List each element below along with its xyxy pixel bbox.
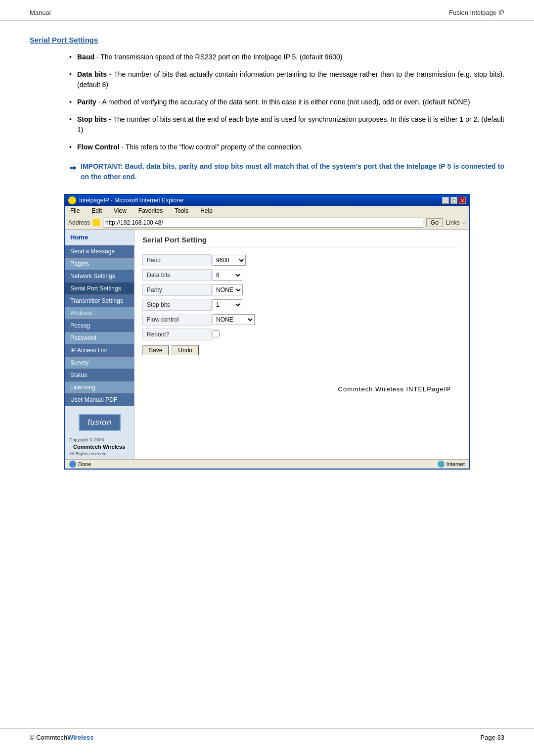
sidebar-item-licensing[interactable]: Licensing [65,381,134,394]
sidebar-item-ipaccesslist[interactable]: IP Access List [65,344,134,357]
sidebar-item-home[interactable]: Home [65,230,134,245]
bullet-list: Baud - The transmission speed of the RS2… [30,52,504,152]
sidebar-item-survey[interactable]: Survey [65,357,134,369]
term-flowcontrol: Flow Control [77,143,120,151]
term-parity: Parity [77,98,96,106]
browser-favicon [68,196,76,204]
sidebar-item-sendmessage[interactable]: Send a Message [65,245,134,258]
label-flowcontrol: Flow control [142,314,212,326]
status-left: Done [69,461,91,468]
form-row-databits: Data bits 8 7 [142,269,461,281]
control-flowcontrol[interactable]: NONE XONXOFF RTSCTS [213,314,255,325]
page-footer: © CommtechWireless Page 33 [0,728,534,741]
browser-menubar: File Edit View Favorites Tools Help [65,206,469,216]
menu-tools[interactable]: Tools [173,207,190,215]
menu-file[interactable]: File [68,207,82,215]
close-button[interactable]: ✕ [459,197,466,204]
web-main: Serial Port Setting Baud 9600 19200 3840… [134,230,469,459]
form-row-reboot: Reboot? [142,329,461,340]
section-title: Serial Port Settings [30,36,504,44]
list-item: Baud - The transmission speed of the RS2… [69,52,504,62]
brand-black: Commtech Wireless [338,385,406,393]
desc-flowcontrol: - This refers to the “flow control” prop… [121,143,303,151]
sidebar-item-password[interactable]: Password [65,332,134,344]
menu-edit[interactable]: Edit [89,207,104,215]
sidebar-item-pagers[interactable]: Pagers [65,258,134,270]
menu-favorites[interactable]: Favorites [136,207,165,215]
label-reboot: Reboot? [142,329,212,340]
page-number: Page 33 [481,734,504,741]
brand-product: INTELPageIP [406,385,451,393]
list-item: Stop bits - The number of bits sent at t… [69,114,504,135]
internet-text: Internet [446,461,465,467]
menu-help[interactable]: Help [198,207,215,215]
arrow-icon: ➡ [69,162,77,173]
menu-view[interactable]: View [112,207,129,215]
status-icon [69,461,76,468]
address-favicon [93,219,100,226]
fusion-logo: fusion [79,414,121,431]
sidebar-copyright: Copyright © 2006 Commtech Wireless All R… [65,435,134,459]
browser-titlebar: IntelpageIP - Microsoft Internet Explore… [65,195,469,206]
control-parity[interactable]: NONE ODD EVEN [213,284,243,295]
control-stopbits[interactable]: 1 2 [213,299,242,310]
desc-databits: - The number of bits that actually conta… [77,70,504,89]
serial-port-form: Baud 9600 19200 38400 57600 115200 [142,254,461,355]
maximize-button[interactable]: □ [450,197,457,204]
important-note: ➡ IMPORTANT: Baud, data bits, parity and… [69,161,504,182]
list-item: Parity - A method of verifying the accur… [69,97,504,107]
important-text: IMPORTANT: Baud, data bits, parity and s… [81,161,504,182]
links-button[interactable]: Links [446,219,460,226]
web-page-title: Serial Port Setting [142,236,461,247]
save-button[interactable]: Save [142,345,169,355]
form-row-flowcontrol: Flow control NONE XONXOFF RTSCTS [142,314,461,326]
label-baud: Baud [142,254,212,266]
label-parity: Parity [142,284,212,296]
select-baud[interactable]: 9600 19200 38400 57600 115200 [213,255,246,266]
undo-button[interactable]: Undo [172,345,199,355]
minimize-button[interactable]: _ [442,197,449,204]
address-input[interactable]: http://192.168.100.48/ [103,218,423,228]
internet-icon [438,461,445,468]
sidebar-item-transmittersettings[interactable]: Transmitter Settings [65,295,134,307]
sidebar-item-usermanual[interactable]: User Manual PDF [65,394,134,406]
form-row-parity: Parity NONE ODD EVEN [142,284,461,296]
sidebar-item-serialportsettings[interactable]: Serial Port Settings [65,283,134,295]
control-baud[interactable]: 9600 19200 38400 57600 115200 [213,255,246,266]
header-right: Fusion Intelpage IP [449,9,504,16]
browser-title: IntelpageIP - Microsoft Internet Explore… [79,197,184,204]
header-left: Manual [30,9,51,16]
address-label: Address [68,219,90,226]
go-button[interactable]: Go [426,218,443,227]
sidebar-item-networksettings[interactable]: Network Settings [65,270,134,283]
list-item: Flow Control - This refers to the “flow … [69,142,504,152]
checkbox-reboot[interactable] [213,331,220,337]
sidebar-item-protocol[interactable]: Protocol [65,307,134,320]
select-parity[interactable]: NONE ODD EVEN [213,284,243,295]
label-stopbits: Stop bits [142,299,212,311]
list-item: Data bits - The number of bits that actu… [69,69,504,90]
sidebar-item-pocsag[interactable]: Pocsag [65,320,134,332]
sidebar-logo-area: fusion [65,406,134,435]
window-controls[interactable]: _ □ ✕ [442,197,466,204]
main-content: Serial Port Settings Baud - The transmis… [0,21,534,494]
desc-baud: - The transmission speed of the RS232 po… [96,53,343,61]
select-databits[interactable]: 8 7 [213,270,242,281]
status-text: Done [78,461,91,467]
footer-copyright: © CommtechWireless [30,734,93,741]
sidebar-item-status[interactable]: Status [65,369,134,381]
control-reboot[interactable] [213,331,220,339]
term-stopbits: Stop bits [77,115,107,123]
select-flowcontrol[interactable]: NONE XONXOFF RTSCTS [213,314,255,325]
label-databits: Data bits [142,269,212,281]
form-buttons: Save Undo [142,345,461,355]
browser-window: IntelpageIP - Microsoft Internet Explore… [64,194,470,470]
control-databits[interactable]: 8 7 [213,270,242,281]
titlebar-left: IntelpageIP - Microsoft Internet Explore… [68,196,184,204]
form-row-baud: Baud 9600 19200 38400 57600 115200 [142,254,461,266]
browser-addressbar: Address http://192.168.100.48/ Go Links … [65,216,469,230]
web-footer-brand: Commtech Wireless INTELPageIP [142,385,461,393]
select-stopbits[interactable]: 1 2 [213,299,242,310]
browser-statusbar: Done Internet [65,459,469,469]
desc-parity: - A method of verifying the accuracy of … [98,98,470,106]
